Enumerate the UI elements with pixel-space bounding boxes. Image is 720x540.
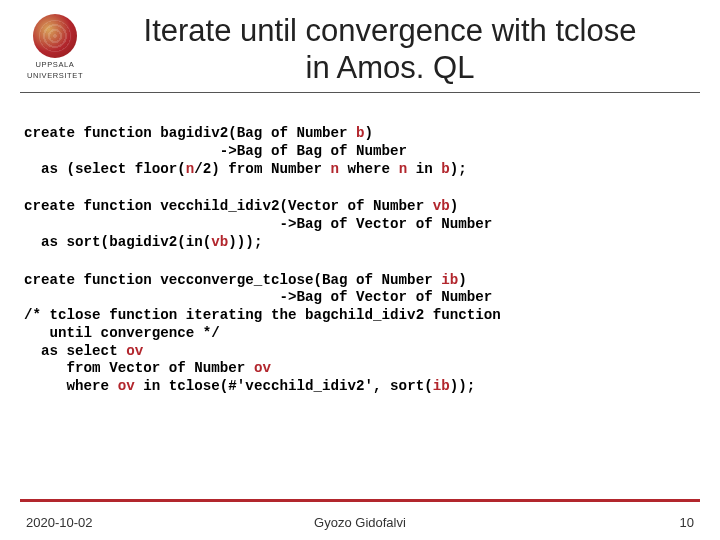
code-var: ov [118,378,135,394]
uppsala-seal-icon [33,14,77,58]
footer-author: Gyozo Gidofalvi [0,515,720,530]
code-text: ) [365,125,374,141]
code-var: vb [433,198,450,214]
code-text: ->Bag of Vector of Number [24,216,492,232]
code-text: ) [450,198,459,214]
code-text: where [339,161,399,177]
slide-title: Iterate until convergence with tclose in… [90,8,700,86]
code-text: )); [450,378,476,394]
university-logo: UPPSALA UNIVERSITET [20,14,90,79]
logo-text-line2: UNIVERSITET [27,72,83,80]
title-line-2: in Amos. QL [306,50,475,85]
code-text: ))); [228,234,262,250]
code-var: vb [211,234,228,250]
code-var: ov [254,360,271,376]
code-text: as (select floor( [24,161,186,177]
code-var: n [399,161,408,177]
code-var: ov [126,343,143,359]
title-line-1: Iterate until convergence with tclose [144,13,637,48]
code-text: ->Bag of Vector of Number [24,289,492,305]
code-text: create function vecconverge_tclose(Bag o… [24,272,441,288]
footer-divider [20,499,700,502]
footer-page-number: 10 [680,515,694,530]
code-listing: create function bagidiv2(Bag of Number b… [0,93,720,396]
code-text: until convergence */ [24,325,220,341]
slide-header: UPPSALA UNIVERSITET Iterate until conver… [0,0,720,86]
code-text: /2) from Number [194,161,330,177]
code-text: ) [458,272,467,288]
logo-text-line1: UPPSALA [36,61,75,69]
code-var: n [186,161,195,177]
footer-date: 2020-10-02 [26,515,93,530]
code-var: b [356,125,365,141]
code-block-2: create function vecchild_idiv2(Vector of… [24,198,696,251]
code-block-3: create function vecconverge_tclose(Bag o… [24,272,696,396]
code-text: as select [24,343,126,359]
code-var: ib [441,272,458,288]
code-text: from Vector of Number [24,360,254,376]
code-text: ); [450,161,467,177]
code-text: in [407,161,441,177]
code-text: create function vecchild_idiv2(Vector of… [24,198,433,214]
code-text: ->Bag of Bag of Number [24,143,407,159]
code-text: create function bagidiv2(Bag of Number [24,125,356,141]
code-block-1: create function bagidiv2(Bag of Number b… [24,125,696,178]
code-text: /* tclose function iterating the bagchil… [24,307,501,323]
code-text: where [24,378,118,394]
code-text: as sort(bagidiv2(in( [24,234,211,250]
code-text: in tclose(#'vecchild_idiv2', sort( [135,378,433,394]
slide-footer: 2020-10-02 Gyozo Gidofalvi 10 [0,515,720,530]
code-var: ib [433,378,450,394]
code-var: n [331,161,340,177]
code-var: b [441,161,450,177]
